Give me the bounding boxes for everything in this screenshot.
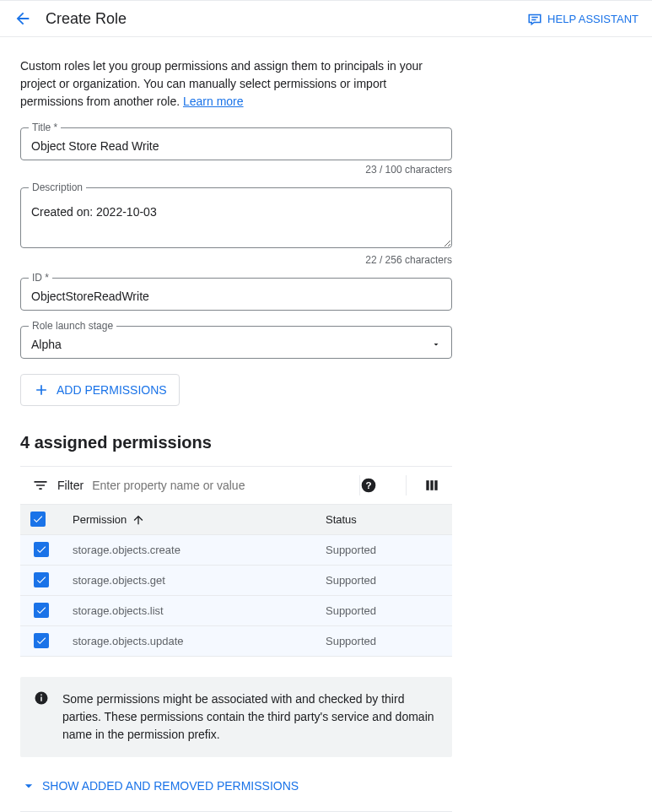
table-row: storage.objects.createSupported: [20, 535, 452, 566]
show-added-removed-button[interactable]: SHOW ADDED AND REMOVED PERMISSIONS: [20, 777, 452, 794]
svg-rect-6: [434, 480, 437, 490]
svg-rect-9: [40, 695, 42, 696]
row-checkbox[interactable]: [34, 542, 49, 557]
columns-icon[interactable]: [423, 477, 440, 494]
intro-text: Custom roles let you group permissions a…: [20, 57, 452, 111]
help-icon[interactable]: ?: [360, 477, 377, 494]
filter-input[interactable]: [92, 479, 359, 492]
permission-cell: storage.objects.create: [62, 535, 315, 566]
header-permission[interactable]: Permission: [62, 505, 315, 535]
sort-up-icon: [132, 513, 145, 527]
divider: [406, 475, 407, 495]
info-banner: Some permissions might be associated wit…: [20, 677, 452, 757]
top-bar: Create Role HELP ASSISTANT: [0, 0, 652, 37]
top-bar-left: Create Role: [13, 9, 127, 28]
back-button[interactable]: [13, 9, 32, 28]
header-permission-label: Permission: [73, 513, 127, 526]
launch-stage-label: Role launch stage: [29, 320, 116, 332]
description-char-count: 22 / 256 characters: [20, 254, 452, 266]
row-checkbox[interactable]: [34, 633, 49, 648]
select-all-checkbox[interactable]: [30, 512, 46, 527]
launch-stage-field-wrap: Role launch stage Alpha: [20, 326, 452, 359]
title-input[interactable]: [20, 127, 452, 160]
plus-icon: [33, 382, 50, 398]
permissions-table: Permission Status storage.objects.create…: [20, 504, 452, 657]
svg-rect-8: [40, 697, 42, 701]
description-input[interactable]: [20, 187, 452, 248]
svg-text:?: ?: [365, 479, 371, 490]
chat-icon: [527, 11, 542, 26]
id-field-wrap: ID *: [20, 278, 452, 311]
table-row: storage.objects.getSupported: [20, 566, 452, 596]
id-input[interactable]: [20, 278, 452, 311]
chevron-down-icon: [20, 777, 37, 794]
add-permissions-button[interactable]: ADD PERMISSIONS: [20, 374, 180, 406]
svg-rect-4: [426, 480, 428, 490]
header-status[interactable]: Status: [315, 505, 452, 535]
table-header-row: Permission Status: [20, 505, 452, 535]
check-icon: [32, 513, 44, 525]
check-icon: [35, 574, 47, 586]
learn-more-link[interactable]: Learn more: [183, 95, 244, 108]
check-icon: [35, 635, 47, 647]
id-label: ID *: [29, 272, 52, 284]
check-icon: [35, 604, 47, 616]
permission-cell: storage.objects.list: [62, 596, 315, 626]
filter-label: Filter: [57, 479, 84, 492]
row-checkbox[interactable]: [34, 572, 49, 587]
permission-cell: storage.objects.update: [62, 626, 315, 657]
check-icon: [35, 544, 47, 555]
filter-right: ?: [359, 475, 440, 495]
description-field-wrap: Description: [20, 187, 452, 251]
help-assistant-label: HELP ASSISTANT: [547, 13, 639, 25]
svg-rect-5: [430, 480, 433, 490]
title-label: Title *: [29, 122, 61, 133]
add-permissions-label: ADD PERMISSIONS: [57, 383, 167, 397]
title-char-count: 23 / 100 characters: [20, 164, 452, 176]
arrow-left-icon: [13, 9, 32, 28]
title-field-wrap: Title *: [20, 127, 452, 160]
description-label: Description: [29, 181, 86, 193]
launch-stage-value: Alpha: [31, 338, 62, 351]
dropdown-icon: [431, 339, 441, 349]
header-checkbox-cell: [20, 505, 62, 535]
help-assistant-button[interactable]: HELP ASSISTANT: [527, 11, 639, 26]
permission-cell: storage.objects.get: [62, 566, 315, 596]
status-cell: Supported: [315, 566, 452, 596]
status-cell: Supported: [315, 596, 452, 626]
status-cell: Supported: [315, 535, 452, 566]
show-added-removed-label: SHOW ADDED AND REMOVED PERMISSIONS: [42, 779, 299, 793]
page-title: Create Role: [46, 10, 127, 28]
filter-icon: [32, 477, 49, 494]
table-row: storage.objects.updateSupported: [20, 626, 452, 657]
filter-left: Filter: [32, 477, 359, 494]
table-row: storage.objects.listSupported: [20, 596, 452, 626]
row-checkbox[interactable]: [34, 603, 49, 618]
content: Custom roles let you group permissions a…: [0, 37, 472, 812]
info-banner-text: Some permissions might be associated wit…: [62, 690, 439, 744]
assigned-permissions-title: 4 assigned permissions: [20, 433, 452, 452]
status-cell: Supported: [315, 626, 452, 657]
filter-bar: Filter ?: [20, 466, 452, 504]
info-icon: [34, 690, 49, 706]
permissions-tbody: storage.objects.createSupportedstorage.o…: [20, 535, 452, 657]
